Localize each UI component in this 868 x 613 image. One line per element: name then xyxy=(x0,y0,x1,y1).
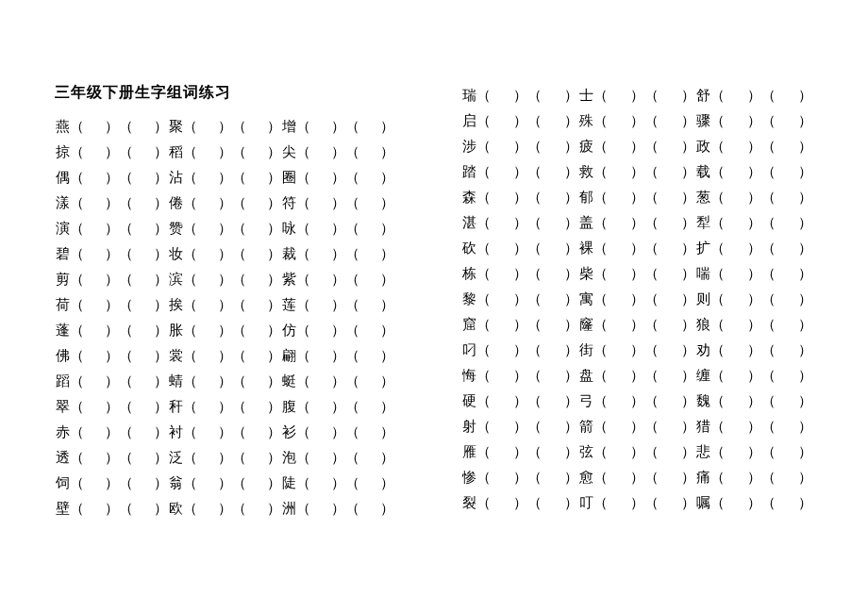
char: 增 xyxy=(281,114,296,140)
char: 紫 xyxy=(281,267,296,292)
practice-row: 饲（）（）翁（）（）陡（）（） xyxy=(55,471,414,496)
practice-row: 硬（）（）弓（）（）魏（）（） xyxy=(461,389,821,414)
char: 寓 xyxy=(578,287,593,312)
char: 秆 xyxy=(168,394,183,420)
right-column: 瑞（）（）士（）（）舒（）（）启（）（）殊（）（）骤（）（）涉（）（）疲（）（）… xyxy=(461,83,821,522)
char: 滨 xyxy=(168,267,183,292)
char: 翠 xyxy=(55,394,70,420)
practice-row: 启（）（）殊（）（）骤（）（） xyxy=(461,108,821,134)
char: 劝 xyxy=(695,338,710,363)
char: 剪 xyxy=(55,267,70,292)
char: 裸 xyxy=(578,236,593,261)
char: 启 xyxy=(461,108,476,134)
char: 士 xyxy=(578,83,593,108)
practice-row: 栋（）（）柴（）（）喘（）（） xyxy=(461,261,821,287)
char: 缠 xyxy=(695,363,710,389)
char: 疲 xyxy=(578,134,593,159)
char: 魏 xyxy=(695,389,710,414)
char: 踏 xyxy=(461,159,476,185)
practice-row: 雁（）（）弦（）（）悲（）（） xyxy=(461,439,821,465)
char: 瑞 xyxy=(461,83,476,108)
practice-row: 砍（）（）裸（）（）扩（）（） xyxy=(461,236,821,261)
char: 漾 xyxy=(55,191,70,216)
practice-row: 燕（）（）聚（）（）增（）（） xyxy=(55,114,414,140)
char: 妆 xyxy=(168,241,183,267)
practice-row: 剪（）（）滨（）（）紫（）（） xyxy=(55,267,414,292)
char: 叼 xyxy=(461,338,476,363)
char: 腹 xyxy=(281,394,296,420)
page-title: 三年级下册生字组词练习 xyxy=(55,83,414,103)
char: 盖 xyxy=(578,210,593,236)
char: 窿 xyxy=(578,312,593,338)
char: 壁 xyxy=(55,496,70,522)
char: 裁 xyxy=(281,241,296,267)
char: 蓬 xyxy=(55,318,70,343)
char: 街 xyxy=(578,338,593,363)
practice-row: 射（）（）箭（）（）猎（）（） xyxy=(461,414,821,439)
char: 裂 xyxy=(461,490,476,516)
practice-row: 掠（）（）稻（）（）尖（）（） xyxy=(55,140,414,165)
char: 仿 xyxy=(281,318,296,343)
char: 狼 xyxy=(695,312,710,338)
char: 政 xyxy=(695,134,710,159)
char: 森 xyxy=(461,185,476,210)
char: 悔 xyxy=(461,363,476,389)
char: 弓 xyxy=(578,389,593,414)
practice-row: 蓬（）（）胀（）（）仿（）（） xyxy=(55,318,414,343)
char: 叮 xyxy=(578,490,593,516)
practice-row: 瑞（）（）士（）（）舒（）（） xyxy=(461,83,821,108)
char: 黎 xyxy=(461,287,476,312)
char: 雁 xyxy=(461,439,476,465)
left-column: 三年级下册生字组词练习 燕（）（）聚（）（）增（）（）掠（）（）稻（）（）尖（）… xyxy=(55,83,414,522)
char: 泛 xyxy=(168,445,183,471)
char: 胀 xyxy=(168,318,183,343)
char: 赤 xyxy=(55,420,70,445)
char: 燕 xyxy=(55,114,70,140)
char: 挨 xyxy=(168,292,183,318)
practice-row: 透（）（）泛（）（）泡（）（） xyxy=(55,445,414,471)
char: 偶 xyxy=(55,165,70,191)
practice-row: 赤（）（）衬（）（）衫（）（） xyxy=(55,420,414,445)
char: 翩 xyxy=(281,343,296,369)
char: 掠 xyxy=(55,140,70,165)
char: 盘 xyxy=(578,363,593,389)
practice-row: 翠（）（）秆（）（）腹（）（） xyxy=(55,394,414,420)
practice-row: 涉（）（）疲（）（）政（）（） xyxy=(461,134,821,159)
practice-row: 演（）（）赞（）（）咏（）（） xyxy=(55,216,414,241)
char: 猎 xyxy=(695,414,710,439)
char: 欧 xyxy=(168,496,183,522)
char: 栋 xyxy=(461,261,476,287)
char: 衬 xyxy=(168,420,183,445)
char: 犁 xyxy=(695,210,710,236)
char: 惨 xyxy=(461,465,476,490)
practice-row: 蹈（）（）蜻（）（）蜓（）（） xyxy=(55,369,414,394)
char: 蜓 xyxy=(281,369,296,394)
char: 弦 xyxy=(578,439,593,465)
practice-row: 佛（）（）裳（）（）翩（）（） xyxy=(55,343,414,369)
practice-row: 漾（）（）倦（）（）符（）（） xyxy=(55,191,414,216)
char: 沾 xyxy=(168,165,183,191)
char: 莲 xyxy=(281,292,296,318)
char: 尖 xyxy=(281,140,296,165)
char: 砍 xyxy=(461,236,476,261)
char: 翁 xyxy=(168,471,183,496)
char: 湛 xyxy=(461,210,476,236)
practice-row: 荷（）（）挨（）（）莲（）（） xyxy=(55,292,414,318)
char: 咏 xyxy=(281,216,296,241)
char: 殊 xyxy=(578,108,593,134)
char: 郁 xyxy=(578,185,593,210)
practice-row: 惨（）（）愈（）（）痛（）（） xyxy=(461,465,821,490)
practice-row: 黎（）（）寓（）（）则（）（） xyxy=(461,287,821,312)
char: 射 xyxy=(461,414,476,439)
char: 救 xyxy=(578,159,593,185)
char: 载 xyxy=(695,159,710,185)
char: 透 xyxy=(55,445,70,471)
char: 舒 xyxy=(695,83,710,108)
char: 扩 xyxy=(695,236,710,261)
char: 硬 xyxy=(461,389,476,414)
char: 泡 xyxy=(281,445,296,471)
page: 三年级下册生字组词练习 燕（）（）聚（）（）增（）（）掠（）（）稻（）（）尖（）… xyxy=(0,0,868,522)
practice-row: 森（）（）郁（）（）葱（）（） xyxy=(461,185,821,210)
practice-row: 壁（）（）欧（）（）洲（）（） xyxy=(55,496,414,522)
char: 稻 xyxy=(168,140,183,165)
